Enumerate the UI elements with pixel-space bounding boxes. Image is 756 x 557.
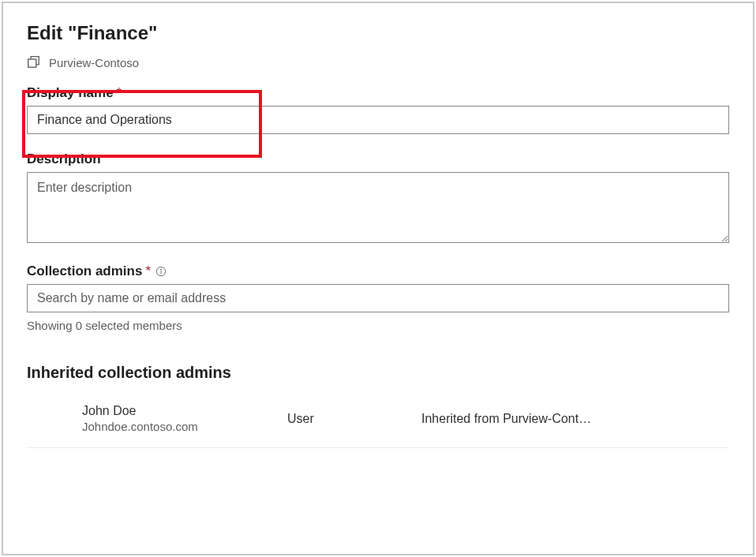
collection-admins-search-input[interactable]	[27, 284, 729, 312]
display-name-label: Display name *	[27, 85, 729, 101]
required-asterisk: *	[145, 264, 151, 279]
admin-inherited-source: Inherited from Purview-Cont…	[421, 412, 729, 426]
admin-email: Johndoe.contoso.com	[82, 420, 287, 433]
required-asterisk: *	[117, 85, 122, 101]
inherited-admins-heading: Inherited collection admins	[27, 364, 729, 382]
breadcrumb-parent: Purview-Contoso	[49, 56, 139, 69]
admin-identity: John Doe Johndoe.contoso.com	[82, 404, 287, 433]
svg-rect-0	[28, 59, 36, 67]
admin-type: User	[287, 412, 421, 426]
collection-hierarchy-icon	[27, 55, 41, 69]
display-name-input[interactable]	[27, 106, 729, 134]
page-title: Edit "Finance"	[27, 22, 729, 44]
edit-collection-panel: Edit "Finance" Purview-Contoso Display n…	[2, 2, 754, 555]
collection-admins-label: Collection admins *	[27, 264, 729, 279]
breadcrumb: Purview-Contoso	[27, 55, 729, 69]
collection-admins-group: Collection admins * Showing 0 selected m…	[27, 264, 729, 332]
admin-name: John Doe	[82, 404, 287, 418]
description-group: Description	[27, 151, 729, 246]
table-row: John Doe Johndoe.contoso.com User Inheri…	[27, 396, 729, 448]
description-input[interactable]	[27, 172, 729, 243]
description-label: Description	[27, 151, 729, 167]
selected-members-count: Showing 0 selected members	[27, 319, 729, 332]
info-icon[interactable]	[155, 266, 167, 277]
display-name-group: Display name *	[27, 85, 729, 134]
svg-point-2	[161, 269, 162, 270]
